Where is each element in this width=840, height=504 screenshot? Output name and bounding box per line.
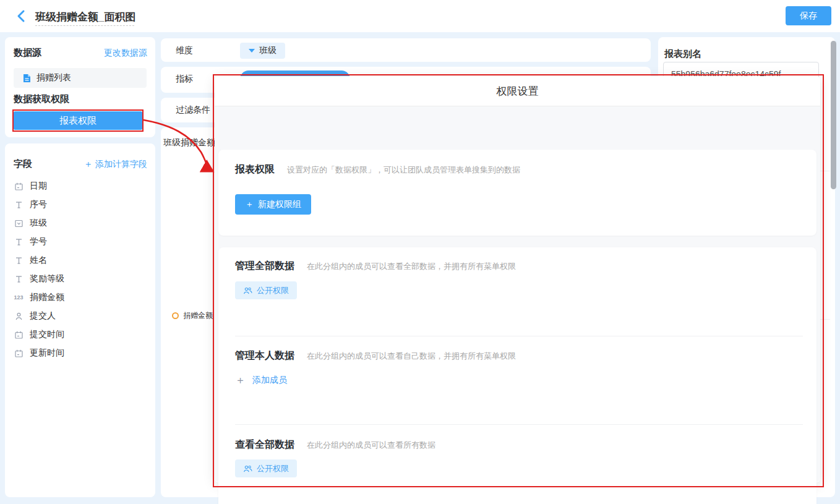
permission-settings-modal: 权限设置 报表权限 设置对应的「数据权限」，可以让团队成员管理表单搜集到的数据 … [215, 76, 820, 482]
save-button[interactable]: 保存 [786, 6, 831, 25]
change-datasource-link[interactable]: 更改数据源 [104, 48, 147, 59]
calendar-icon [14, 330, 24, 340]
people-icon [243, 464, 252, 473]
section-desc: 在此分组内的成员可以查看自己数据，并拥有所有菜单权限 [307, 351, 516, 362]
plus-icon: ＋ [84, 158, 93, 169]
fields-panel: 字段 ＋ 添加计算字段 日期 序号 班级 学号 姓名 奖励等级 123 捐赠金额… [5, 143, 155, 497]
scrollbar-thumb[interactable] [831, 41, 836, 189]
field-label: 捐赠金额 [30, 292, 64, 303]
field-label: 班级 [30, 218, 47, 229]
datasource-item[interactable]: 捐赠列表 [14, 68, 147, 88]
divider [235, 336, 803, 336]
section-desc: 在此分组内的成员可以查看全部数据，并拥有所有菜单权限 [307, 261, 516, 272]
add-calc-field-label: 添加计算字段 [95, 159, 147, 169]
number-icon: 123 [14, 293, 24, 302]
field-row-serial[interactable]: 序号 [14, 195, 150, 214]
section-desc: 在此分组内的成员可以查看所有数据 [307, 440, 435, 451]
datasource-title: 数据源 [14, 47, 41, 59]
page-title: 班级捐赠金额_面积图 [35, 10, 135, 24]
chart-legend: 捐赠金额 [172, 310, 213, 321]
report-permission-button[interactable]: 报表权限 [14, 111, 142, 130]
field-label: 更新时间 [30, 348, 64, 359]
field-row-student-id[interactable]: 学号 [14, 233, 150, 251]
report-alias-label: 报表别名 [664, 48, 701, 60]
legend-label: 捐赠金额 [183, 310, 213, 321]
field-row-update-time[interactable]: 更新时间 [14, 344, 150, 362]
dimension-tag-class[interactable]: 班级 [240, 43, 285, 59]
fields-title: 字段 [14, 158, 32, 170]
field-row-reward-level[interactable]: 奖励等级 [14, 270, 150, 288]
field-row-name[interactable]: 姓名 [14, 251, 150, 270]
field-label: 姓名 [30, 255, 47, 266]
new-permission-group-label: 新建权限组 [258, 199, 301, 210]
field-label: 奖励等级 [30, 273, 64, 284]
section-title: 管理本人数据 [235, 349, 294, 362]
text-icon [14, 200, 24, 210]
chevron-down-icon [249, 49, 255, 53]
title-underline [35, 25, 134, 26]
add-member-link[interactable]: ＋ 添加成员 [235, 373, 287, 387]
filter-label: 过滤条件 [176, 105, 210, 116]
field-row-submit-time[interactable]: 提交时间 [14, 325, 150, 344]
public-permission-label: 公开权限 [257, 463, 289, 474]
document-icon [22, 74, 32, 83]
dimension-row: 维度 班级 [161, 38, 651, 62]
divider [235, 424, 803, 425]
dimension-tag-label: 班级 [259, 45, 276, 56]
chart-title: 班级捐赠金额 [163, 137, 215, 148]
field-label: 提交人 [30, 310, 56, 322]
people-icon [243, 286, 252, 295]
field-row-submitter[interactable]: 提交人 [14, 307, 150, 325]
add-calc-field-link[interactable]: ＋ 添加计算字段 [84, 158, 147, 170]
back-icon[interactable] [14, 8, 30, 24]
datasource-panel: 数据源 更改数据源 捐赠列表 数据获取权限 报表权限 [5, 37, 155, 137]
select-icon [14, 218, 24, 228]
report-permission-card: 报表权限 设置对应的「数据权限」，可以让团队成员管理表单搜集到的数据 ＋ 新建权… [218, 150, 816, 236]
calendar-icon [14, 181, 24, 191]
section-title: 查看全部数据 [235, 438, 294, 451]
section-desc: 设置对应的「数据权限」，可以让团队成员管理表单搜集到的数据 [287, 164, 520, 176]
permission-groups-card: 管理全部数据 在此分组内的成员可以查看全部数据，并拥有所有菜单权限 公开权限 管… [218, 247, 816, 504]
modal-title: 权限设置 [215, 76, 820, 106]
text-icon [14, 237, 24, 247]
public-permission-label: 公开权限 [257, 285, 289, 296]
section-title: 管理全部数据 [235, 260, 294, 273]
calendar-icon [14, 348, 24, 358]
plus-icon: ＋ [235, 373, 246, 387]
field-label: 日期 [30, 181, 47, 192]
text-icon [14, 274, 24, 284]
public-permission-tag[interactable]: 公开权限 [235, 281, 297, 299]
field-row-date[interactable]: 日期 [14, 177, 150, 195]
datasource-item-label: 捐赠列表 [36, 72, 71, 83]
add-member-label: 添加成员 [252, 375, 287, 386]
field-row-class[interactable]: 班级 [14, 214, 150, 233]
metric-label: 指标 [176, 74, 193, 85]
field-label: 学号 [30, 236, 47, 247]
field-label: 序号 [30, 199, 47, 210]
dimension-label: 维度 [176, 45, 193, 56]
public-permission-tag[interactable]: 公开权限 [235, 459, 297, 477]
data-access-title: 数据获取权限 [14, 93, 69, 105]
field-row-donation-amount[interactable]: 123 捐赠金额 [14, 288, 150, 307]
person-icon [14, 311, 24, 321]
field-label: 提交时间 [30, 329, 64, 340]
legend-marker-icon [172, 312, 179, 319]
top-bar: 班级捐赠金额_面积图 保存 [0, 0, 840, 32]
modal-body: 报表权限 设置对应的「数据权限」，可以让团队成员管理表单搜集到的数据 ＋ 新建权… [215, 106, 820, 482]
text-icon [14, 255, 24, 265]
section-title: 报表权限 [235, 163, 275, 176]
new-permission-group-button[interactable]: ＋ 新建权限组 [235, 194, 311, 215]
plus-icon: ＋ [245, 199, 254, 210]
